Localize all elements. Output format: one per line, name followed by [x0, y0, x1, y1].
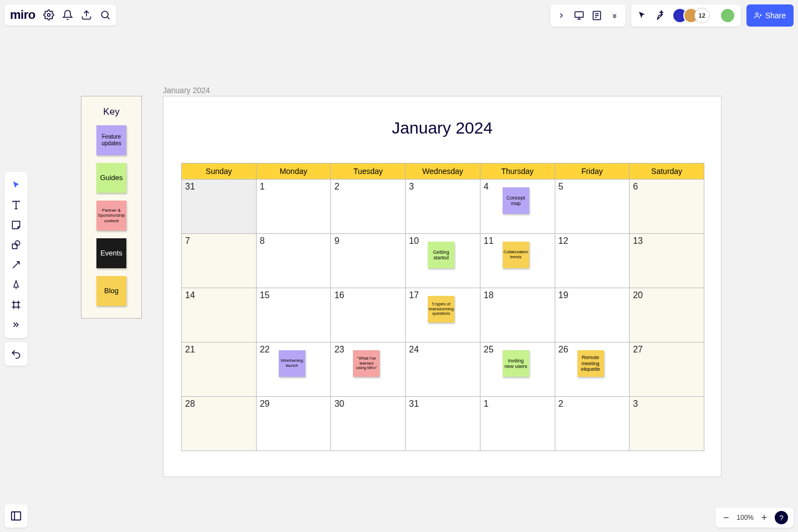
- calendar-cell[interactable]: 8: [256, 234, 331, 288]
- zoom-controls: − 100% + ?: [715, 508, 794, 528]
- pen-tool[interactable]: [4, 275, 28, 295]
- svg-rect-22: [12, 512, 21, 520]
- key-sticky[interactable]: Partner & Sponshorship content: [96, 201, 126, 231]
- presentation-icon[interactable]: [574, 10, 585, 21]
- key-panel[interactable]: Key Feature updatesGuidesPartner & Spons…: [81, 96, 142, 319]
- calendar-cell[interactable]: 1: [480, 397, 555, 451]
- calendar-cell[interactable]: 18: [480, 288, 555, 342]
- calendar-cell[interactable]: 4Concept map: [480, 180, 555, 234]
- day-header: Sunday: [182, 163, 257, 180]
- calendar-sticky[interactable]: "What I've learned using Miro": [353, 350, 380, 377]
- calendar-cell[interactable]: 3: [406, 180, 480, 234]
- select-tool[interactable]: [4, 175, 28, 195]
- notes-icon[interactable]: [591, 10, 602, 21]
- svg-line-16: [13, 262, 19, 268]
- calendar-sticky[interactable]: Inviting new users: [503, 350, 529, 377]
- calendar-cell[interactable]: 24: [406, 342, 480, 397]
- current-user-avatar[interactable]: [720, 8, 735, 23]
- export-icon[interactable]: [81, 9, 92, 21]
- calendar-cell[interactable]: 13: [630, 234, 704, 288]
- top-left-toolbar: miro: [4, 4, 116, 25]
- calendar-cell[interactable]: 19: [555, 288, 630, 342]
- cursor-icon[interactable]: [637, 10, 648, 21]
- key-sticky[interactable]: Feature updates: [96, 125, 126, 155]
- zoom-value[interactable]: 100%: [736, 514, 754, 521]
- day-number: 2: [559, 399, 626, 409]
- settings-icon[interactable]: [43, 9, 54, 21]
- text-tool[interactable]: [4, 195, 28, 215]
- chevron-right-icon[interactable]: [556, 10, 567, 21]
- share-button[interactable]: Share: [746, 4, 794, 27]
- calendar-cell[interactable]: 15: [256, 288, 331, 342]
- zoom-out-button[interactable]: −: [721, 513, 731, 523]
- calendar-cell[interactable]: 175 types of brainstorming questions: [406, 288, 480, 342]
- calendar-cell[interactable]: 2: [331, 180, 406, 234]
- frame-label[interactable]: January 2024: [163, 86, 210, 95]
- calendar-cell[interactable]: 14: [182, 288, 257, 342]
- calendar-cell[interactable]: 6: [630, 180, 704, 234]
- sticky-note-tool[interactable]: [4, 215, 28, 235]
- undo-button[interactable]: [4, 342, 28, 366]
- calendar-cell[interactable]: 3: [630, 397, 704, 451]
- calendar-cell[interactable]: 26Remote meeting etiquette: [555, 342, 630, 397]
- calendar-cell[interactable]: 9: [331, 234, 406, 288]
- calendar-cell[interactable]: 23"What I've learned using Miro": [331, 342, 406, 397]
- calendar-cell[interactable]: 31: [406, 397, 480, 451]
- miro-logo[interactable]: miro: [10, 8, 35, 22]
- key-sticky[interactable]: Blog: [96, 276, 126, 306]
- avatar-overflow-count[interactable]: 12: [694, 8, 710, 23]
- calendar-cell[interactable]: 21: [182, 342, 257, 397]
- calendar-cell[interactable]: 31: [182, 180, 257, 234]
- search-icon[interactable]: [100, 9, 111, 21]
- panel-toggle[interactable]: [4, 504, 28, 528]
- svg-rect-4: [575, 12, 583, 17]
- calendar-cell[interactable]: 28: [182, 397, 257, 451]
- calendar-cell[interactable]: 30: [331, 397, 406, 451]
- calendar-cell[interactable]: 27: [630, 342, 704, 397]
- calendar-frame[interactable]: January 2024 SundayMondayTuesdayWednesda…: [163, 96, 722, 477]
- key-sticky[interactable]: Guides: [96, 163, 126, 193]
- day-header: Thursday: [480, 163, 555, 180]
- more-chevron-icon[interactable]: [609, 10, 620, 21]
- reactions-icon[interactable]: [654, 10, 666, 21]
- help-button[interactable]: ?: [775, 511, 788, 524]
- calendar-sticky[interactable]: Wireframing launch: [279, 350, 305, 377]
- day-number: 31: [185, 182, 253, 192]
- zoom-in-button[interactable]: +: [759, 513, 769, 523]
- calendar-sticky[interactable]: Getting started: [428, 242, 454, 268]
- collaborator-avatars[interactable]: 12: [672, 8, 710, 23]
- calendar-cell[interactable]: 2: [555, 397, 630, 451]
- day-number: 19: [559, 290, 626, 300]
- day-header: Tuesday: [331, 163, 406, 180]
- frame-tool[interactable]: [4, 295, 28, 315]
- day-number: 8: [260, 236, 328, 246]
- calendar-sticky[interactable]: Remote meeting etiquette: [577, 350, 604, 377]
- svg-point-15: [15, 241, 19, 245]
- calendar-cell[interactable]: 11Collaboration trends: [480, 234, 555, 288]
- calendar-cell[interactable]: 29: [256, 397, 331, 451]
- svg-point-11: [755, 13, 758, 16]
- calendar-cell[interactable]: 25Inviting new users: [480, 342, 555, 397]
- svg-point-2: [101, 11, 108, 18]
- calendar-sticky[interactable]: 5 types of brainstorming questions: [428, 296, 454, 323]
- calendar-cell[interactable]: 22Wireframing launch: [256, 342, 331, 397]
- notifications-icon[interactable]: [62, 9, 73, 21]
- more-tools[interactable]: [4, 315, 28, 335]
- day-number: 13: [633, 236, 700, 246]
- calendar-cell[interactable]: 16: [331, 288, 406, 342]
- calendar-sticky[interactable]: Concept map: [503, 187, 529, 214]
- view-controls-group: [550, 4, 626, 27]
- calendar-title: January 2024: [163, 119, 721, 137]
- calendar-cell[interactable]: 1: [256, 180, 331, 234]
- calendar-cell[interactable]: 7: [182, 234, 257, 288]
- connection-line-tool[interactable]: [4, 255, 28, 275]
- calendar-table[interactable]: SundayMondayTuesdayWednesdayThursdayFrid…: [181, 163, 704, 451]
- calendar-cell[interactable]: 5: [555, 180, 630, 234]
- calendar-sticky[interactable]: Collaboration trends: [503, 242, 529, 268]
- shapes-tool[interactable]: [4, 235, 28, 255]
- calendar-cell[interactable]: 20: [630, 288, 704, 342]
- day-number: 16: [334, 290, 402, 300]
- calendar-cell[interactable]: 12: [555, 234, 630, 288]
- key-sticky[interactable]: Events: [96, 238, 126, 268]
- calendar-cell[interactable]: 10Getting started: [406, 234, 480, 288]
